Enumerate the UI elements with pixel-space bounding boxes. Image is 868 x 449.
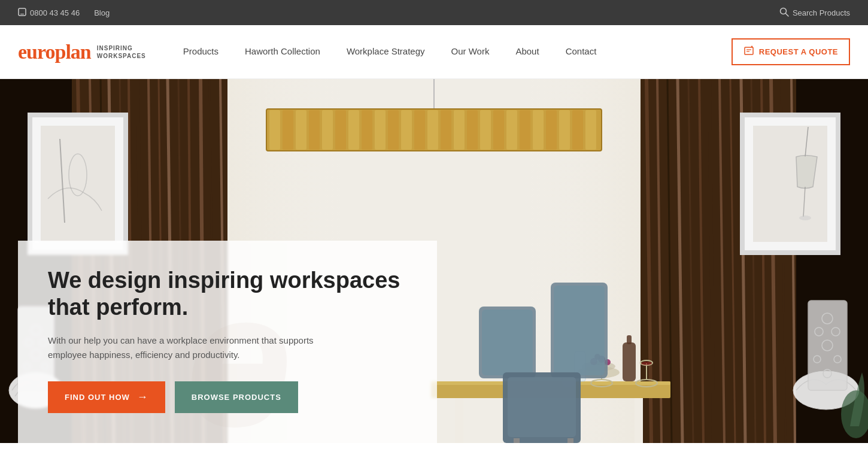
request-quote-button[interactable]: REQUEST A QUOTE — [732, 38, 850, 65]
search-icon — [779, 7, 789, 19]
request-quote-label: REQUEST A QUOTE — [759, 47, 838, 56]
svg-rect-4 — [745, 47, 753, 54]
svg-rect-59 — [335, 110, 346, 150]
phone-text: 0800 43 45 46 — [30, 8, 80, 17]
svg-rect-60 — [348, 110, 359, 150]
find-out-how-button[interactable]: FIND OUT HOW → — [48, 381, 165, 413]
svg-point-91 — [641, 362, 652, 365]
header: europlan INSPIRING WORKSPACES Products H… — [0, 25, 868, 79]
svg-rect-66 — [427, 110, 438, 150]
svg-rect-75 — [546, 110, 557, 150]
svg-rect-73 — [520, 110, 530, 150]
svg-rect-74 — [533, 110, 544, 150]
nav-workplace[interactable]: Workplace Strategy — [333, 25, 438, 79]
nav-haworth[interactable]: Haworth Collection — [232, 25, 333, 79]
nav-contact[interactable]: Contact — [553, 25, 610, 79]
svg-rect-61 — [362, 110, 372, 150]
browse-products-button[interactable]: BROWSE PRODUCTS — [175, 381, 298, 413]
phone-icon — [18, 8, 26, 18]
svg-rect-69 — [467, 110, 478, 150]
nav-about[interactable]: About — [502, 25, 552, 79]
svg-rect-81 — [635, 396, 643, 443]
search-label[interactable]: Search Products — [793, 8, 850, 17]
svg-line-3 — [785, 13, 788, 16]
svg-rect-80 — [455, 396, 463, 443]
svg-rect-55 — [283, 110, 293, 150]
browse-products-label: BROWSE PRODUCTS — [192, 393, 281, 402]
main-nav: Products Haworth Collection Workplace St… — [170, 25, 850, 79]
svg-rect-67 — [441, 110, 451, 150]
hero-subtext: With our help you can have a workplace e… — [48, 333, 335, 362]
svg-rect-48 — [753, 126, 827, 242]
svg-rect-0 — [19, 8, 26, 16]
svg-rect-104 — [554, 286, 605, 375]
svg-rect-84 — [623, 342, 636, 381]
logo-text: europlan — [18, 41, 91, 63]
svg-rect-65 — [414, 110, 425, 150]
svg-rect-106 — [508, 377, 576, 437]
logo[interactable]: europlan INSPIRING WORKSPACES — [18, 41, 146, 63]
svg-rect-1 — [20, 14, 24, 14]
svg-rect-44 — [41, 126, 115, 242]
hero-buttons: FIND OUT HOW → BROWSE PRODUCTS — [48, 381, 407, 413]
svg-rect-62 — [375, 110, 386, 150]
svg-rect-72 — [506, 110, 517, 150]
svg-rect-71 — [493, 110, 504, 150]
blog-link[interactable]: Blog — [94, 8, 110, 17]
phone-number[interactable]: 0800 43 45 46 — [18, 8, 80, 18]
svg-rect-68 — [454, 110, 465, 150]
svg-rect-78 — [585, 110, 596, 150]
svg-rect-56 — [296, 110, 306, 150]
svg-point-51 — [799, 216, 811, 220]
svg-rect-102 — [482, 310, 533, 375]
logo-tagline: INSPIRING WORKSPACES — [97, 44, 146, 60]
arrow-icon: → — [137, 391, 148, 404]
svg-rect-57 — [309, 110, 320, 150]
svg-rect-64 — [401, 110, 412, 150]
svg-rect-63 — [388, 110, 399, 150]
svg-rect-54 — [269, 110, 280, 150]
hero-content-box: e We design inspiring workspaces that pe… — [18, 241, 437, 443]
svg-rect-108 — [567, 438, 573, 443]
nav-products[interactable]: Products — [170, 25, 232, 79]
svg-rect-76 — [559, 110, 570, 150]
topbar: 0800 43 45 46 Blog Search Products — [0, 0, 868, 25]
svg-rect-77 — [572, 110, 583, 150]
svg-rect-85 — [627, 335, 632, 344]
svg-rect-58 — [322, 110, 333, 150]
nav-ourwork[interactable]: Our Work — [438, 25, 503, 79]
svg-rect-107 — [514, 438, 520, 443]
svg-rect-118 — [808, 301, 847, 390]
quote-icon — [743, 45, 754, 58]
hero-section: e We design inspiring workspaces that pe… — [0, 79, 868, 443]
svg-rect-70 — [480, 110, 491, 150]
find-out-how-label: FIND OUT HOW — [65, 393, 130, 402]
hero-headline: We design inspiring workspaces that perf… — [48, 267, 407, 321]
search-area[interactable]: Search Products — [779, 7, 850, 19]
